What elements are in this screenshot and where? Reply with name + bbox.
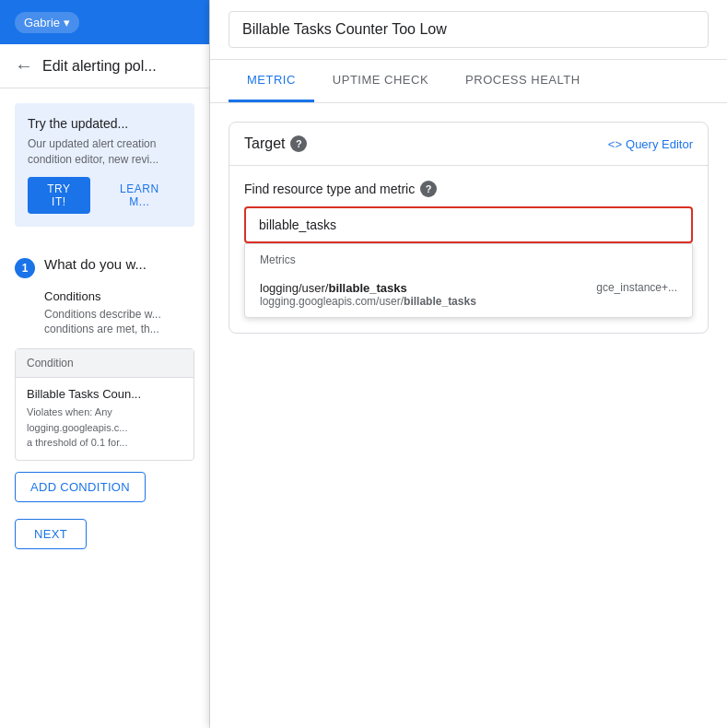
try-updated-banner: Try the updated... Our updated alert cre… <box>15 103 194 227</box>
conditions-description: Conditions describe w... conditions are … <box>44 307 194 338</box>
find-resource-text: Find resource type and metric <box>244 182 415 196</box>
metric-dropdown: Metrics logging/user/billable_tasks logg… <box>244 243 693 318</box>
metric-search-input[interactable] <box>244 206 693 243</box>
target-label-text: Target <box>244 135 285 152</box>
modal-title-bar <box>210 0 727 60</box>
user-name: Gabrie <box>24 16 60 29</box>
condition-name: Billable Tasks Coun... <box>27 387 182 401</box>
banner-title: Try the updated... <box>28 116 182 131</box>
find-resource-label: Find resource type and metric ? <box>244 181 693 197</box>
next-button[interactable]: NEXT <box>15 519 87 549</box>
query-editor-label: Query Editor <box>626 137 693 151</box>
find-resource-help-icon[interactable]: ? <box>420 181 437 197</box>
user-chip[interactable]: Gabrie ▾ <box>15 12 79 33</box>
dropdown-item-right: gce_instance+... <box>596 281 677 294</box>
dropdown-item-left: logging/user/billable_tasks logging.goog… <box>260 281 476 308</box>
try-it-button[interactable]: TRY IT! <box>28 177 90 214</box>
alert-name-input[interactable] <box>229 11 709 48</box>
code-icon: <> <box>608 137 622 151</box>
page-title: Edit alerting pol... <box>42 58 157 75</box>
condition-card-body: Billable Tasks Coun... Violates when: An… <box>16 378 193 460</box>
step-section: 1 What do you w... Conditions Conditions… <box>0 241 209 564</box>
tab-metric[interactable]: METRIC <box>229 60 314 102</box>
dropdown-item-billable-tasks[interactable]: logging/user/billable_tasks logging.goog… <box>245 272 692 317</box>
dropdown-item-main: logging/user/billable_tasks <box>260 281 476 295</box>
step-title: What do you w... <box>44 256 147 272</box>
condition-detail-3: a threshold of 0.1 for... <box>27 435 182 451</box>
condition-detail-2: logging.googleapis.c... <box>27 420 182 436</box>
search-input-wrapper: Metrics logging/user/billable_tasks logg… <box>244 206 693 318</box>
chevron-down-icon: ▾ <box>64 16 70 29</box>
step-number: 1 <box>15 258 35 278</box>
modal-panel: METRIC UPTIME CHECK PROCESS HEALTH Targe… <box>210 0 727 728</box>
dropdown-item-main-bold: billable_tasks <box>328 281 406 295</box>
banner-description: Our updated alert creation condition edi… <box>28 136 182 168</box>
condition-detail-1: Violates when: Any <box>27 405 182 420</box>
condition-card[interactable]: Condition Billable Tasks Coun... Violate… <box>15 348 194 461</box>
target-body: Find resource type and metric ? Metrics … <box>229 166 708 333</box>
dropdown-item-sub: logging.googleapis.com/user/billable_tas… <box>260 295 476 308</box>
conditions-label: Conditions <box>44 289 194 303</box>
left-panel: Gabrie ▾ ← Edit alerting pol... Try the … <box>0 0 210 728</box>
target-label: Target ? <box>244 135 307 152</box>
learn-more-button[interactable]: LEARN M... <box>98 177 182 214</box>
target-help-icon[interactable]: ? <box>290 135 307 152</box>
condition-card-header: Condition <box>16 349 193 378</box>
query-editor-link[interactable]: <> Query Editor <box>608 137 693 151</box>
back-button[interactable]: ← <box>15 55 33 76</box>
add-condition-button[interactable]: ADD CONDITION <box>15 472 146 502</box>
banner-buttons: TRY IT! LEARN M... <box>28 177 182 214</box>
target-card: Target ? <> Query Editor Find resource t… <box>229 122 709 334</box>
target-card-header: Target ? <> Query Editor <box>229 123 708 166</box>
modal-tabs: METRIC UPTIME CHECK PROCESS HEALTH <box>210 60 727 103</box>
dropdown-item-sub-bold: billable_tasks <box>404 295 476 308</box>
dropdown-section-label: Metrics <box>245 244 692 272</box>
nav-header: ← Edit alerting pol... <box>0 44 209 88</box>
step-header: 1 What do you w... <box>15 256 194 278</box>
modal-content: Target ? <> Query Editor Find resource t… <box>210 103 727 728</box>
top-bar: Gabrie ▾ <box>0 0 209 44</box>
tab-process-health[interactable]: PROCESS HEALTH <box>447 60 599 102</box>
tab-uptime-check[interactable]: UPTIME CHECK <box>314 60 447 102</box>
